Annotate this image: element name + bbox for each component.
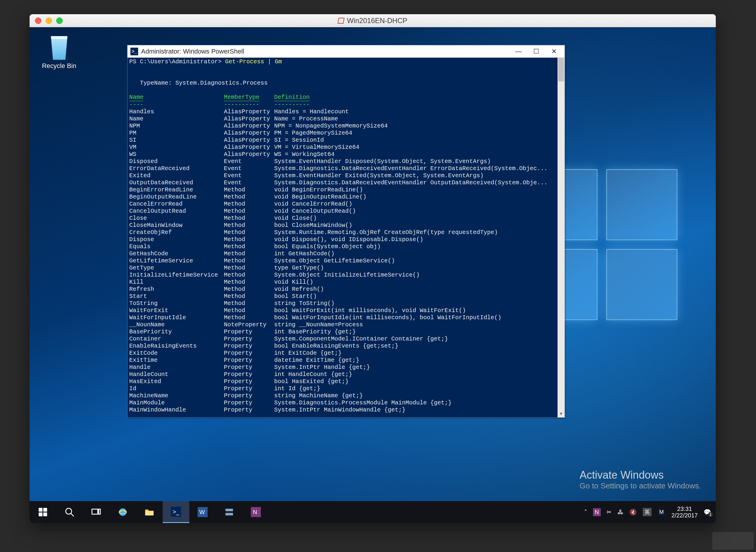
- ps-row-def: System.EventHandler Exited(System.Object…: [274, 172, 556, 179]
- notification-badge: 1: [708, 512, 713, 517]
- ps-row-type: Method: [224, 286, 274, 293]
- scrollbar[interactable]: ▲ ▼: [558, 58, 565, 417]
- ps-row-type: AliasProperty: [224, 130, 274, 137]
- ps-row-name: SI: [129, 137, 224, 144]
- ps-row-type: Event: [224, 172, 274, 179]
- ps-row-def: void CancelOutputRead(): [274, 208, 556, 215]
- mac-window-title-text: Win2016EN-DHCP: [347, 17, 407, 25]
- ps-row-name: PM: [129, 130, 224, 137]
- ps-row-type: Method: [224, 314, 274, 321]
- ps-row-def: System.Diagnostics.ProcessModule MainMod…: [274, 399, 556, 406]
- ps-row-type: Property: [224, 350, 274, 357]
- ps-row-def: bool EnableRaisingEvents {get;set;}: [274, 342, 556, 350]
- word-button[interactable]: W: [189, 501, 216, 523]
- powershell-title: Administrator: Windows PowerShell: [141, 48, 509, 55]
- activate-windows-watermark: Activate Windows Go to Settings to activ…: [580, 469, 701, 491]
- ps-row-type: Method: [224, 236, 274, 243]
- ps-row-type: Property: [224, 406, 274, 414]
- ps-row: SIAliasPropertySI = SessionId: [129, 137, 556, 144]
- task-view-button[interactable]: [83, 501, 110, 523]
- ie-button[interactable]: [110, 501, 136, 523]
- ps-row: StartMethodbool Start(): [129, 293, 556, 300]
- ps-row-name: GetLifetimeService: [129, 257, 224, 264]
- ps-row: CancelErrorReadMethodvoid CancelErrorRea…: [129, 200, 556, 208]
- minimize-button[interactable]: —: [509, 45, 527, 58]
- ps-row-name: Handle: [129, 364, 224, 371]
- ps-row: InitializeLifetimeServiceMethodSystem.Ob…: [129, 272, 556, 279]
- ps-row-type: Property: [224, 335, 274, 342]
- volume-tray-icon[interactable]: 🔇: [629, 509, 637, 516]
- action-center-button[interactable]: 💬 1: [704, 509, 711, 516]
- powershell-titlebar[interactable]: >_ Administrator: Windows PowerShell — ☐…: [128, 45, 565, 58]
- powershell-taskbar-button[interactable]: >_: [163, 501, 189, 523]
- ps-row-def: Handles = Handlecount: [274, 108, 556, 115]
- mac-window-title: Win2016EN-DHCP: [30, 17, 716, 25]
- powershell-console[interactable]: PS C:\Users\Administrator> Get-Process |…: [128, 58, 565, 417]
- ps-row: ExitTimePropertydatetime ExitTime {get;}: [129, 357, 556, 364]
- ps-row: HandleCountPropertyint HandleCount {get;…: [129, 371, 556, 378]
- ps-row-def: void BeginOutputReadLine(): [274, 193, 556, 200]
- ps-row: HasExitedPropertybool HasExited {get;}: [129, 378, 556, 385]
- file-explorer-button[interactable]: [136, 501, 163, 523]
- host-watermark: [712, 532, 754, 550]
- ps-row-name: Name: [129, 115, 224, 123]
- ps-row-name: Start: [129, 293, 224, 300]
- ps-row-name: Disposed: [129, 158, 224, 165]
- ps-row-name: VM: [129, 144, 224, 151]
- ps-row-type: AliasProperty: [224, 151, 274, 158]
- ps-row-def: bool WaitForInputIdle(int milliseconds),…: [274, 314, 556, 321]
- ps-row-def: System.IntPtr Handle {get;}: [274, 364, 556, 371]
- ps-row-type: Property: [224, 371, 274, 378]
- ps-row-type: Method: [224, 229, 274, 236]
- clock[interactable]: 23:31 2/22/2017: [671, 506, 698, 519]
- ps-row-type: Method: [224, 300, 274, 307]
- ps-row: MainModulePropertySystem.Diagnostics.Pro…: [129, 399, 556, 406]
- ps-row-type: Method: [224, 279, 274, 286]
- ps-row: OutputDataReceivedEventSystem.Diagnostic…: [129, 179, 556, 186]
- scroll-down-button[interactable]: ▼: [558, 410, 565, 417]
- ps-row-name: WaitForInputIdle: [129, 314, 224, 321]
- snip-tray-icon[interactable]: ✂: [607, 509, 612, 516]
- ps-row-type: Property: [224, 385, 274, 392]
- system-tray[interactable]: ˄ N ✂ 🖧 🔇 英 M 23:31 2/22/2017 💬 1: [579, 506, 716, 519]
- svg-text:W: W: [199, 509, 205, 515]
- ps-row-def: SI = SessionId: [274, 137, 556, 144]
- start-button[interactable]: [30, 501, 56, 523]
- recycle-bin-icon[interactable]: Recycle Bin: [38, 36, 80, 70]
- scroll-thumb[interactable]: [558, 58, 564, 81]
- ps-row: VMAliasPropertyVM = VirtualMemorySize64: [129, 144, 556, 151]
- ime-language-button[interactable]: 英: [643, 508, 651, 516]
- vm-icon: [337, 18, 344, 24]
- ps-row: WaitForInputIdleMethodbool WaitForInputI…: [129, 314, 556, 321]
- onenote-tray-icon[interactable]: N: [593, 508, 601, 516]
- ps-row: ToStringMethodstring ToString(): [129, 300, 556, 307]
- close-button[interactable]: ✕: [545, 45, 563, 58]
- ps-row-type: Method: [224, 215, 274, 222]
- ps-row-name: EnableRaisingEvents: [129, 342, 224, 350]
- windows-icon: [38, 507, 48, 517]
- onenote-icon: N: [251, 507, 261, 517]
- powershell-window[interactable]: >_ Administrator: Windows PowerShell — ☐…: [127, 45, 565, 418]
- mac-titlebar[interactable]: Win2016EN-DHCP: [30, 14, 716, 27]
- tray-overflow-button[interactable]: ˄: [584, 509, 587, 516]
- windows-desktop[interactable]: Recycle Bin >_ Administrator: Windows Po…: [30, 27, 716, 523]
- ps-row: HandlePropertySystem.IntPtr Handle {get;…: [129, 364, 556, 371]
- taskbar[interactable]: >_ W N ˄ N ✂ 🖧 🔇 英: [30, 501, 716, 523]
- network-tray-icon[interactable]: 🖧: [618, 509, 623, 516]
- onenote-button[interactable]: N: [243, 501, 269, 523]
- search-button[interactable]: [56, 501, 83, 523]
- svg-rect-3: [43, 512, 47, 516]
- svg-rect-16: [225, 513, 233, 516]
- ime-mode-button[interactable]: M: [657, 509, 665, 516]
- ps-row-def: bool WaitForExit(int milliseconds), void…: [274, 307, 556, 314]
- ps-row: EqualsMethodbool Equals(System.Object ob…: [129, 243, 556, 250]
- ps-row-name: OutputDataReceived: [129, 179, 224, 186]
- ps-row-type: Property: [224, 342, 274, 350]
- maximize-button[interactable]: ☐: [527, 45, 545, 58]
- ps-row-def: System.ComponentModel.IContainer Contain…: [274, 335, 556, 342]
- ps-row-def: int HandleCount {get;}: [274, 371, 556, 378]
- server-manager-button[interactable]: [216, 501, 243, 523]
- ps-row-def: System.Runtime.Remoting.ObjRef CreateObj…: [274, 229, 556, 236]
- ps-row: ExitCodePropertyint ExitCode {get;}: [129, 350, 556, 357]
- ps-row-name: GetType: [129, 264, 224, 272]
